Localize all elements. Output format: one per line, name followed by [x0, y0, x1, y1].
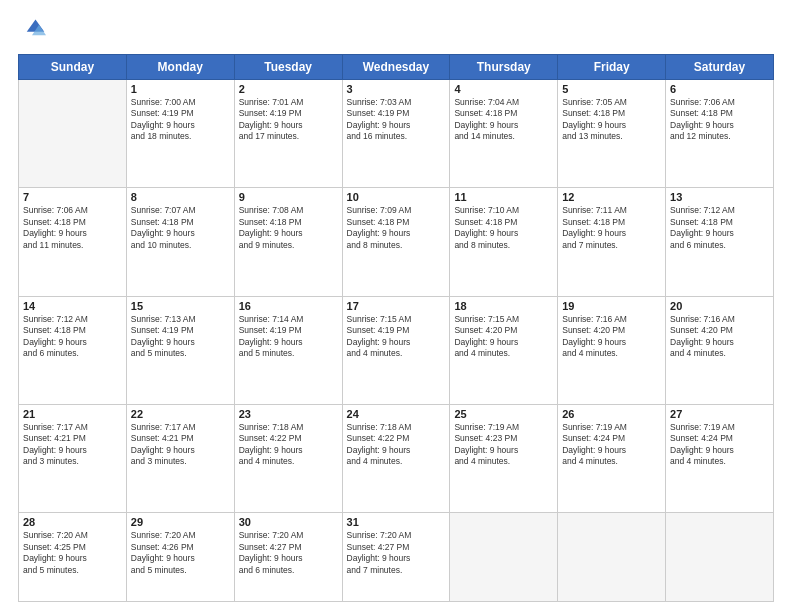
day-info: Sunrise: 7:01 AMSunset: 4:19 PMDaylight:… [239, 97, 338, 143]
day-number: 2 [239, 83, 338, 95]
day-number: 23 [239, 408, 338, 420]
day-number: 13 [670, 191, 769, 203]
day-info: Sunrise: 7:08 AMSunset: 4:18 PMDaylight:… [239, 205, 338, 251]
day-header-thursday: Thursday [450, 55, 558, 80]
day-cell [558, 513, 666, 602]
day-number: 12 [562, 191, 661, 203]
day-number: 1 [131, 83, 230, 95]
day-cell: 14Sunrise: 7:12 AMSunset: 4:18 PMDayligh… [19, 296, 127, 404]
day-number: 18 [454, 300, 553, 312]
day-cell: 23Sunrise: 7:18 AMSunset: 4:22 PMDayligh… [234, 404, 342, 512]
day-info: Sunrise: 7:19 AMSunset: 4:24 PMDaylight:… [562, 422, 661, 468]
day-cell: 30Sunrise: 7:20 AMSunset: 4:27 PMDayligh… [234, 513, 342, 602]
day-number: 17 [347, 300, 446, 312]
day-number: 4 [454, 83, 553, 95]
calendar-table: SundayMondayTuesdayWednesdayThursdayFrid… [18, 54, 774, 602]
day-cell: 15Sunrise: 7:13 AMSunset: 4:19 PMDayligh… [126, 296, 234, 404]
day-number: 29 [131, 516, 230, 528]
day-cell: 4Sunrise: 7:04 AMSunset: 4:18 PMDaylight… [450, 80, 558, 188]
day-cell: 3Sunrise: 7:03 AMSunset: 4:19 PMDaylight… [342, 80, 450, 188]
day-cell: 27Sunrise: 7:19 AMSunset: 4:24 PMDayligh… [666, 404, 774, 512]
day-cell: 20Sunrise: 7:16 AMSunset: 4:20 PMDayligh… [666, 296, 774, 404]
day-info: Sunrise: 7:06 AMSunset: 4:18 PMDaylight:… [23, 205, 122, 251]
day-info: Sunrise: 7:12 AMSunset: 4:18 PMDaylight:… [670, 205, 769, 251]
day-info: Sunrise: 7:19 AMSunset: 4:23 PMDaylight:… [454, 422, 553, 468]
day-number: 16 [239, 300, 338, 312]
day-info: Sunrise: 7:17 AMSunset: 4:21 PMDaylight:… [23, 422, 122, 468]
day-cell: 19Sunrise: 7:16 AMSunset: 4:20 PMDayligh… [558, 296, 666, 404]
header-row: SundayMondayTuesdayWednesdayThursdayFrid… [19, 55, 774, 80]
day-cell: 18Sunrise: 7:15 AMSunset: 4:20 PMDayligh… [450, 296, 558, 404]
day-info: Sunrise: 7:05 AMSunset: 4:18 PMDaylight:… [562, 97, 661, 143]
day-cell: 25Sunrise: 7:19 AMSunset: 4:23 PMDayligh… [450, 404, 558, 512]
day-info: Sunrise: 7:10 AMSunset: 4:18 PMDaylight:… [454, 205, 553, 251]
day-cell: 10Sunrise: 7:09 AMSunset: 4:18 PMDayligh… [342, 188, 450, 296]
day-info: Sunrise: 7:00 AMSunset: 4:19 PMDaylight:… [131, 97, 230, 143]
logo [18, 16, 50, 44]
day-number: 10 [347, 191, 446, 203]
day-info: Sunrise: 7:20 AMSunset: 4:25 PMDaylight:… [23, 530, 122, 576]
day-info: Sunrise: 7:15 AMSunset: 4:19 PMDaylight:… [347, 314, 446, 360]
day-info: Sunrise: 7:20 AMSunset: 4:27 PMDaylight:… [347, 530, 446, 576]
day-info: Sunrise: 7:09 AMSunset: 4:18 PMDaylight:… [347, 205, 446, 251]
day-number: 8 [131, 191, 230, 203]
day-info: Sunrise: 7:18 AMSunset: 4:22 PMDaylight:… [347, 422, 446, 468]
day-info: Sunrise: 7:11 AMSunset: 4:18 PMDaylight:… [562, 205, 661, 251]
day-number: 22 [131, 408, 230, 420]
day-number: 6 [670, 83, 769, 95]
day-header-monday: Monday [126, 55, 234, 80]
day-cell: 2Sunrise: 7:01 AMSunset: 4:19 PMDaylight… [234, 80, 342, 188]
day-cell: 16Sunrise: 7:14 AMSunset: 4:19 PMDayligh… [234, 296, 342, 404]
day-info: Sunrise: 7:15 AMSunset: 4:20 PMDaylight:… [454, 314, 553, 360]
week-row-4: 28Sunrise: 7:20 AMSunset: 4:25 PMDayligh… [19, 513, 774, 602]
day-info: Sunrise: 7:20 AMSunset: 4:26 PMDaylight:… [131, 530, 230, 576]
day-cell: 6Sunrise: 7:06 AMSunset: 4:18 PMDaylight… [666, 80, 774, 188]
day-header-friday: Friday [558, 55, 666, 80]
day-cell: 17Sunrise: 7:15 AMSunset: 4:19 PMDayligh… [342, 296, 450, 404]
day-cell: 22Sunrise: 7:17 AMSunset: 4:21 PMDayligh… [126, 404, 234, 512]
day-info: Sunrise: 7:03 AMSunset: 4:19 PMDaylight:… [347, 97, 446, 143]
day-info: Sunrise: 7:14 AMSunset: 4:19 PMDaylight:… [239, 314, 338, 360]
day-cell: 8Sunrise: 7:07 AMSunset: 4:18 PMDaylight… [126, 188, 234, 296]
day-number: 3 [347, 83, 446, 95]
week-row-0: 1Sunrise: 7:00 AMSunset: 4:19 PMDaylight… [19, 80, 774, 188]
day-number: 15 [131, 300, 230, 312]
week-row-2: 14Sunrise: 7:12 AMSunset: 4:18 PMDayligh… [19, 296, 774, 404]
day-number: 20 [670, 300, 769, 312]
day-cell: 9Sunrise: 7:08 AMSunset: 4:18 PMDaylight… [234, 188, 342, 296]
day-header-sunday: Sunday [19, 55, 127, 80]
day-header-saturday: Saturday [666, 55, 774, 80]
header [18, 16, 774, 44]
day-cell: 24Sunrise: 7:18 AMSunset: 4:22 PMDayligh… [342, 404, 450, 512]
page: SundayMondayTuesdayWednesdayThursdayFrid… [0, 0, 792, 612]
day-info: Sunrise: 7:13 AMSunset: 4:19 PMDaylight:… [131, 314, 230, 360]
day-info: Sunrise: 7:12 AMSunset: 4:18 PMDaylight:… [23, 314, 122, 360]
calendar-header: SundayMondayTuesdayWednesdayThursdayFrid… [19, 55, 774, 80]
day-info: Sunrise: 7:17 AMSunset: 4:21 PMDaylight:… [131, 422, 230, 468]
day-cell: 12Sunrise: 7:11 AMSunset: 4:18 PMDayligh… [558, 188, 666, 296]
day-number: 11 [454, 191, 553, 203]
day-info: Sunrise: 7:20 AMSunset: 4:27 PMDaylight:… [239, 530, 338, 576]
logo-icon [18, 16, 46, 44]
day-cell: 29Sunrise: 7:20 AMSunset: 4:26 PMDayligh… [126, 513, 234, 602]
day-cell: 13Sunrise: 7:12 AMSunset: 4:18 PMDayligh… [666, 188, 774, 296]
day-number: 9 [239, 191, 338, 203]
day-info: Sunrise: 7:18 AMSunset: 4:22 PMDaylight:… [239, 422, 338, 468]
day-number: 26 [562, 408, 661, 420]
day-number: 7 [23, 191, 122, 203]
day-cell [19, 80, 127, 188]
day-cell: 28Sunrise: 7:20 AMSunset: 4:25 PMDayligh… [19, 513, 127, 602]
week-row-1: 7Sunrise: 7:06 AMSunset: 4:18 PMDaylight… [19, 188, 774, 296]
day-cell: 7Sunrise: 7:06 AMSunset: 4:18 PMDaylight… [19, 188, 127, 296]
day-info: Sunrise: 7:16 AMSunset: 4:20 PMDaylight:… [562, 314, 661, 360]
day-number: 28 [23, 516, 122, 528]
day-number: 27 [670, 408, 769, 420]
day-number: 24 [347, 408, 446, 420]
day-number: 31 [347, 516, 446, 528]
day-number: 21 [23, 408, 122, 420]
day-info: Sunrise: 7:16 AMSunset: 4:20 PMDaylight:… [670, 314, 769, 360]
day-number: 25 [454, 408, 553, 420]
day-cell: 5Sunrise: 7:05 AMSunset: 4:18 PMDaylight… [558, 80, 666, 188]
day-cell: 11Sunrise: 7:10 AMSunset: 4:18 PMDayligh… [450, 188, 558, 296]
calendar-body: 1Sunrise: 7:00 AMSunset: 4:19 PMDaylight… [19, 80, 774, 602]
